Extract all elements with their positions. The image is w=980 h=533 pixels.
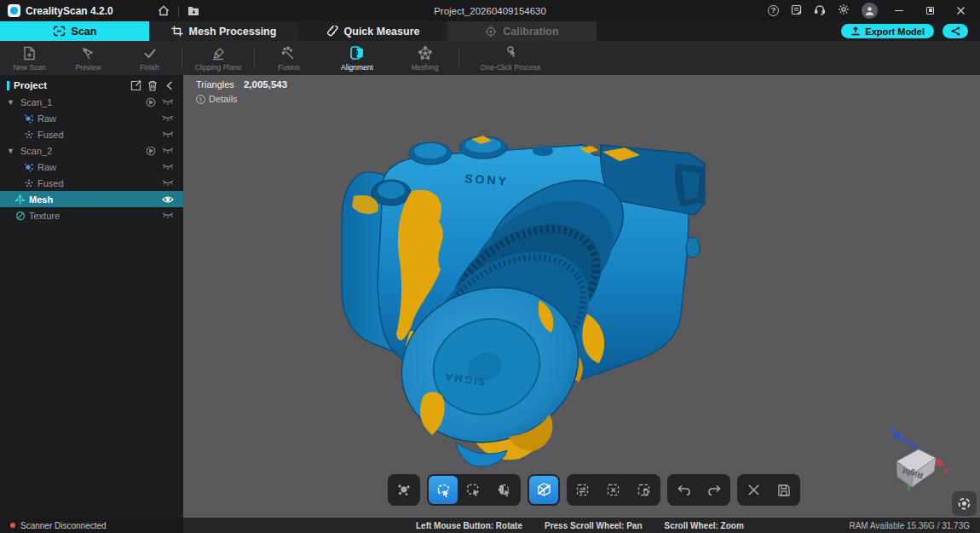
tree-row-mesh[interactable]: Mesh	[0, 191, 183, 207]
tree-row-texture[interactable]: Texture	[0, 207, 183, 223]
share-button[interactable]	[943, 24, 968, 38]
tab-scan[interactable]: Scan	[0, 21, 149, 41]
close-button[interactable]	[951, 2, 970, 20]
trash-icon	[147, 80, 158, 91]
ribbon-clipping-plane[interactable]: Clipping Plane	[182, 41, 254, 75]
rect-select-button[interactable]	[459, 476, 488, 504]
tree-row-scan1-fused[interactable]: Fused	[0, 126, 183, 142]
undo-button[interactable]	[669, 476, 698, 504]
points-icon	[396, 483, 412, 498]
visibility-toggle[interactable]	[159, 114, 176, 122]
tab-calibration[interactable]: Calibration	[447, 21, 597, 41]
maximize-button[interactable]	[920, 2, 939, 20]
collapse-panel-button[interactable]	[161, 81, 178, 90]
model-stats: Triangles 2,005,543 i Details	[196, 79, 287, 104]
sphere-select-button[interactable]	[490, 476, 519, 504]
hint-pan: Press Scroll Wheel: Pan	[545, 521, 643, 530]
ribbon-meshing[interactable]: Meshing	[391, 41, 458, 75]
point-select-button[interactable]	[389, 476, 418, 504]
tree-row-scan2-raw[interactable]: Raw	[0, 159, 183, 175]
home-button[interactable]	[153, 2, 175, 20]
headset-icon	[814, 4, 826, 15]
tree-row-label: Scan_1	[20, 97, 142, 107]
tab-quick-measure[interactable]: Quick Measure	[298, 21, 447, 41]
minimize-button[interactable]	[890, 2, 908, 20]
cancel-x-icon	[747, 483, 761, 497]
clear-selection-button[interactable]	[599, 476, 628, 504]
undo-icon	[676, 484, 692, 497]
support-button[interactable]	[814, 4, 826, 18]
new-scan-icon	[21, 45, 37, 61]
eye-closed-icon	[162, 114, 174, 122]
tab-mesh-processing[interactable]: Mesh Processing	[149, 21, 298, 41]
preview-icon	[80, 45, 96, 61]
tree-row-scan1[interactable]: ▼ Scan_1	[0, 94, 183, 110]
tree-row-scan2-fused[interactable]: Fused	[0, 175, 183, 191]
new-scan-label: New Scan	[13, 63, 46, 72]
ribbon-one-click-process[interactable]: One-Click Process	[459, 41, 562, 75]
cancel-button[interactable]	[739, 476, 768, 504]
help-icon[interactable]: ?	[768, 5, 779, 16]
status-bar: Scanner Disconnected Left Mouse Button: …	[0, 518, 980, 533]
tree-row-scan2[interactable]: ▼ Scan_2	[0, 142, 183, 159]
lasso-select-button[interactable]	[429, 476, 458, 504]
fit-view-button[interactable]	[952, 491, 977, 516]
visibility-toggle[interactable]	[159, 163, 176, 171]
visibility-toggle[interactable]	[159, 98, 176, 106]
nav-cube-body[interactable]: Right	[896, 449, 936, 487]
visibility-toggle[interactable]	[159, 147, 176, 154]
mode-tab-bar: Scan Mesh Processing Quick Measure Calib…	[0, 21, 980, 41]
redo-button[interactable]	[700, 476, 729, 504]
export-model-button[interactable]: Export Model	[841, 24, 934, 38]
open-project-button[interactable]	[182, 2, 205, 20]
ribbon-new-scan[interactable]: New Scan	[0, 41, 59, 75]
fused-data-icon	[22, 178, 35, 188]
meshing-label: Meshing	[411, 63, 438, 72]
select-through-button[interactable]	[529, 476, 558, 504]
details-button[interactable]: i Details	[196, 94, 287, 104]
project-panel: Project ▼ Scan_1	[0, 75, 183, 518]
panel-accent-bar	[7, 81, 9, 90]
ribbon-alignment[interactable]: Alignment	[323, 41, 391, 75]
play-button[interactable]	[142, 97, 159, 107]
visibility-toggle[interactable]	[159, 179, 176, 187]
import-model-button[interactable]	[127, 80, 144, 91]
one-click-label: One-Click Process	[481, 63, 540, 72]
release-notes-button[interactable]	[791, 4, 802, 18]
lasso-icon	[435, 483, 452, 498]
scanner-status-text: Scanner Disconnected	[20, 521, 107, 530]
mesh-icon	[14, 194, 26, 205]
fusion-label: Fusion	[278, 63, 300, 72]
mouse-hints: Left Mouse Button: Rotate Press Scroll W…	[416, 518, 744, 533]
delete-project-item-button[interactable]	[144, 80, 161, 91]
ribbon-preview[interactable]: Preview	[59, 41, 118, 75]
settings-button[interactable]	[838, 3, 850, 18]
finish-label: Finish	[140, 63, 159, 72]
delete-selection-icon	[637, 483, 652, 498]
delete-selection-button[interactable]	[630, 476, 659, 504]
fusion-icon	[280, 45, 297, 61]
play-button[interactable]	[142, 146, 159, 156]
invert-selection-button[interactable]	[568, 476, 597, 504]
visibility-toggle[interactable]	[159, 195, 176, 204]
tab-quick-measure-label: Quick Measure	[344, 26, 420, 38]
tree-row-label: Raw	[37, 162, 159, 172]
ribbon-finish[interactable]: Finish	[118, 41, 182, 75]
save-button[interactable]	[770, 476, 798, 504]
viewport-3d[interactable]: Triangles 2,005,543 i Details	[183, 75, 980, 518]
hint-zoom: Scroll Wheel: Zoom	[665, 521, 744, 530]
visibility-toggle[interactable]	[159, 211, 176, 219]
visibility-toggle[interactable]	[159, 130, 176, 138]
redo-icon	[706, 484, 723, 497]
tree-row-scan1-raw[interactable]: Raw	[0, 110, 183, 126]
tree-row-label: Texture	[29, 211, 159, 221]
expand-arrow-icon[interactable]: ▼	[7, 98, 20, 107]
preview-label: Preview	[75, 63, 101, 72]
ribbon-toolbar: New Scan Preview Finish Clipping Plane F…	[0, 41, 980, 75]
navigation-cube[interactable]: Z X Right	[885, 424, 953, 494]
details-label: Details	[209, 94, 238, 104]
account-avatar[interactable]	[862, 3, 878, 19]
ribbon-fusion[interactable]: Fusion	[255, 41, 323, 75]
scanned-model-camera[interactable]: SONY	[328, 111, 720, 469]
expand-arrow-icon[interactable]: ▼	[7, 147, 20, 155]
